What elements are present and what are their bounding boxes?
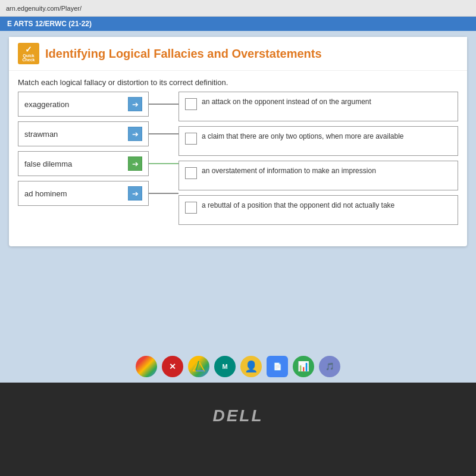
card-header: ✓ Quick Check Identifying Logical Fallac… — [9, 37, 467, 71]
matching-area: exaggeration ➔ strawman ➔ false dilemma … — [9, 92, 467, 234]
content-card: ✓ Quick Check Identifying Logical Fallac… — [9, 37, 467, 246]
taskbar-icon-more[interactable]: 🎵 — [319, 356, 340, 377]
term-box-strawman: strawman ➔ — [18, 121, 149, 146]
arrow-button-false-dilemma[interactable]: ➔ — [128, 156, 142, 171]
term-box-false-dilemma: false dilemma ➔ — [18, 151, 149, 176]
arrow-button-ad-hominem[interactable]: ➔ — [128, 186, 142, 201]
terms-column: exaggeration ➔ strawman ➔ false dilemma … — [18, 92, 149, 234]
taskbar-icon-x[interactable]: ✕ — [162, 356, 183, 377]
term-box-exaggeration: exaggeration ➔ — [18, 92, 149, 117]
course-bar: E ARTS 12/ERWC (21-22) — [0, 17, 476, 31]
definition-box-rebuttal[interactable]: a rebuttal of a position that the oppone… — [178, 195, 458, 225]
def-checkbox-overstatement[interactable] — [185, 167, 197, 179]
term-label-ad-hominem: ad hominem — [24, 189, 124, 198]
definition-box-overstatement[interactable]: an overstatement of information to make … — [178, 161, 458, 190]
badge-line1: Quick — [23, 54, 34, 58]
definitions-column: an attack on the opponent instead of on … — [178, 92, 458, 234]
term-label-false-dilemma: false dilemma — [24, 159, 124, 168]
instructions-text: Match each logical fallacy or distortion… — [9, 71, 467, 92]
definition-box-two-options[interactable]: a claim that there are only two options,… — [178, 126, 458, 156]
def-text-attack: an attack on the opponent instead of on … — [202, 97, 452, 107]
taskbar-icon-sheets[interactable]: 📊 — [293, 356, 314, 377]
taskbar-icon-drive[interactable] — [188, 356, 209, 377]
taskbar-icon-meet[interactable]: M — [214, 356, 236, 377]
term-label-strawman: strawman — [24, 130, 124, 139]
check-mark-icon: ✓ — [25, 45, 32, 54]
arrow-button-exaggeration[interactable]: ➔ — [128, 97, 142, 111]
browser-url: arn.edgenuity.com/Player/ — [6, 5, 82, 12]
def-checkbox-rebuttal[interactable] — [185, 202, 197, 214]
def-text-rebuttal: a rebuttal of a position that the oppone… — [202, 201, 452, 211]
card-title: Identifying Logical Fallacies and Overst… — [45, 47, 322, 61]
def-text-two-options: a claim that there are only two options,… — [202, 131, 452, 142]
quick-check-badge: ✓ Quick Check — [18, 43, 39, 64]
browser-bar: arn.edgenuity.com/Player/ — [0, 0, 476, 17]
def-checkbox-two-options[interactable] — [185, 133, 197, 145]
taskbar-icon-account[interactable]: 👤 — [240, 356, 262, 377]
dell-logo: DELL — [212, 406, 263, 425]
laptop-bottom: ✕ M 👤 📄 📊 🎵 DELL — [0, 350, 476, 476]
connector-lines — [149, 92, 178, 234]
taskbar-icon-docs[interactable]: 📄 — [267, 356, 288, 377]
badge-line2: Check — [22, 58, 35, 62]
taskbar: ✕ M 👤 📄 📊 🎵 — [0, 350, 476, 383]
def-checkbox-attack[interactable] — [185, 98, 197, 110]
course-label: E ARTS 12/ERWC (21-22) — [7, 20, 92, 28]
arrow-button-strawman[interactable]: ➔ — [128, 127, 142, 141]
term-label-exaggeration: exaggeration — [24, 100, 124, 109]
definition-box-attack[interactable]: an attack on the opponent instead of on … — [178, 92, 458, 121]
def-text-overstatement: an overstatement of information to make … — [202, 166, 452, 176]
taskbar-icon-chrome[interactable] — [136, 356, 157, 377]
term-box-ad-hominem: ad hominem ➔ — [18, 181, 149, 206]
screen-wrapper: E ARTS 12/ERWC (21-22) ✓ Quick Check Ide… — [0, 17, 476, 350]
